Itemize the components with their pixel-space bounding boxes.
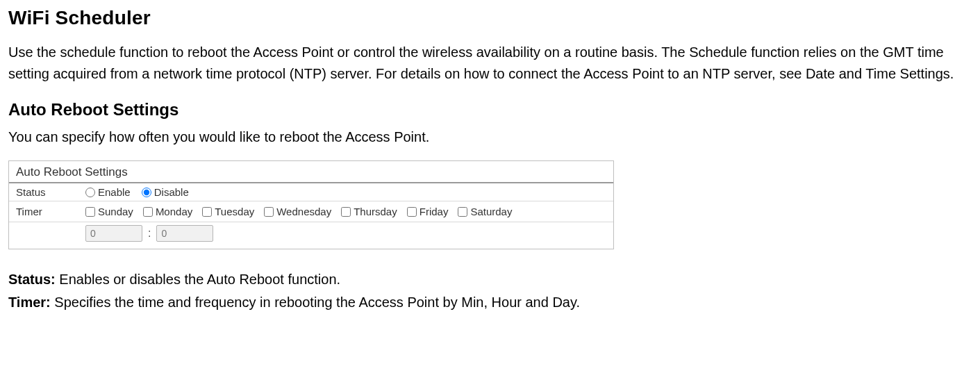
- page-title: WiFi Scheduler: [8, 7, 972, 29]
- timer-hour-input[interactable]: [85, 225, 142, 242]
- day-saturday[interactable]: Saturday: [458, 206, 512, 217]
- status-disable-label: Disable: [154, 186, 189, 198]
- day-friday-checkbox[interactable]: [407, 207, 417, 217]
- status-enable-option[interactable]: Enable: [85, 186, 131, 198]
- def-timer-text: Specifies the time and frequency in rebo…: [51, 295, 580, 310]
- day-thursday-checkbox[interactable]: [341, 207, 351, 217]
- day-monday-checkbox[interactable]: [143, 207, 153, 217]
- day-wednesday-checkbox[interactable]: [264, 207, 274, 217]
- section-title: Auto Reboot Settings: [8, 100, 972, 119]
- panel-header: Auto Reboot Settings: [9, 161, 613, 183]
- day-thursday-label: Thursday: [354, 206, 397, 217]
- definitions: Status: Enables or disables the Auto Reb…: [8, 269, 972, 313]
- section-intro: You can specify how often you would like…: [8, 129, 972, 145]
- auto-reboot-panel: Auto Reboot Settings Status Enable Disab…: [8, 160, 614, 249]
- timer-time-row: :: [9, 222, 613, 249]
- status-label: Status: [16, 186, 85, 198]
- status-enable-radio[interactable]: [85, 188, 95, 197]
- def-status-text: Enables or disables the Auto Reboot func…: [56, 272, 340, 287]
- time-colon: :: [147, 227, 152, 240]
- def-status: Status: Enables or disables the Auto Reb…: [8, 269, 972, 290]
- day-monday[interactable]: Monday: [143, 206, 192, 217]
- status-disable-radio[interactable]: [142, 188, 151, 197]
- timer-days: Sunday Monday Tuesday Wednesday Thursday: [85, 204, 519, 219]
- def-timer: Timer: Specifies the time and frequency …: [8, 292, 972, 313]
- timer-row: Timer Sunday Monday Tuesday Wednesday: [9, 201, 613, 222]
- day-sunday-checkbox[interactable]: [85, 207, 95, 217]
- day-tuesday-label: Tuesday: [215, 206, 254, 217]
- day-wednesday-label: Wednesday: [276, 206, 331, 217]
- day-sunday-label: Sunday: [98, 206, 133, 217]
- status-enable-label: Enable: [98, 186, 131, 198]
- status-options: Enable Disable: [85, 186, 196, 198]
- page-intro: Use the schedule function to reboot the …: [8, 42, 967, 85]
- def-timer-label: Timer:: [8, 295, 51, 310]
- timer-label: Timer: [16, 206, 85, 217]
- day-tuesday-checkbox[interactable]: [202, 207, 212, 217]
- day-tuesday[interactable]: Tuesday: [202, 206, 254, 217]
- status-row: Status Enable Disable: [9, 183, 613, 201]
- timer-minute-input[interactable]: [156, 225, 213, 242]
- day-saturday-label: Saturday: [470, 206, 512, 217]
- page-root: WiFi Scheduler Use the schedule function…: [0, 0, 980, 336]
- day-friday-label: Friday: [420, 206, 449, 217]
- day-friday[interactable]: Friday: [407, 206, 449, 217]
- day-thursday[interactable]: Thursday: [341, 206, 397, 217]
- status-disable-option[interactable]: Disable: [142, 186, 189, 198]
- day-wednesday[interactable]: Wednesday: [264, 206, 331, 217]
- day-saturday-checkbox[interactable]: [458, 207, 467, 217]
- def-status-label: Status:: [8, 272, 56, 287]
- day-monday-label: Monday: [156, 206, 192, 217]
- day-sunday[interactable]: Sunday: [85, 206, 133, 217]
